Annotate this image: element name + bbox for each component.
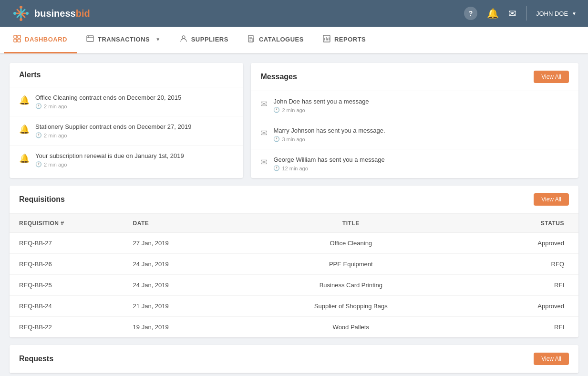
- alert-content: Your subscription renewal is due on Janu…: [35, 152, 184, 167]
- message-time: 🕐 2 min ago: [273, 107, 369, 113]
- nav-item-catalogues[interactable]: CATALOGUES: [238, 27, 313, 53]
- requisitions-header: Requisitions View All: [10, 186, 578, 214]
- message-time: 🕐 3 min ago: [273, 136, 385, 142]
- alert-text: Stationery Supplier contract ends on Dec…: [35, 123, 191, 130]
- main-nav: DASHBOARD TRANSACTIONS ▼ SUPPLIERS: [0, 27, 588, 53]
- alert-bell-icon: 🔔: [19, 95, 30, 105]
- alert-item: 🔔 Your subscription renewal is due on Ja…: [10, 146, 243, 174]
- message-text: George William has sent you a message: [273, 156, 384, 163]
- alert-item: 🔔 Stationery Supplier contract ends on D…: [10, 116, 243, 146]
- requisitions-view-all-button[interactable]: View All: [534, 193, 569, 206]
- header-divider: [526, 6, 526, 21]
- reports-nav-icon: [323, 35, 330, 44]
- requests-header: Requests View All: [10, 345, 578, 373]
- requests-view-all-button[interactable]: View All: [534, 353, 569, 365]
- svg-point-5: [26, 12, 29, 15]
- req-status: RFI: [464, 275, 578, 296]
- nav-item-suppliers[interactable]: SUPPLIERS: [170, 27, 238, 53]
- user-dropdown-icon: ▼: [572, 11, 577, 16]
- help-icon[interactable]: ?: [464, 7, 477, 20]
- req-status: RFQ: [464, 254, 578, 275]
- requisitions-card: Requisitions View All REQUISITION # DATE…: [10, 186, 578, 337]
- alerts-card: Alerts 🔔 Office Cleaning contract ends o…: [10, 63, 243, 178]
- req-date: 21 Jan, 2019: [124, 296, 237, 317]
- svg-rect-12: [87, 36, 93, 42]
- alert-item: 🔔 Office Cleaning contract ends on Decem…: [10, 87, 243, 116]
- req-date: 24 Jan, 2019: [124, 275, 237, 296]
- notification-icon[interactable]: 🔔: [487, 8, 499, 19]
- header: businessbid ? 🔔 ✉ JOHN DOE ▼: [0, 0, 588, 27]
- requests-card: Requests View All: [10, 345, 578, 373]
- svg-point-6: [20, 18, 22, 21]
- logo-text: businessbid: [34, 8, 90, 19]
- req-status: Approved: [464, 296, 578, 317]
- req-status: Approved: [464, 233, 578, 254]
- message-text: John Doe has sent you a message: [273, 98, 369, 105]
- top-row: Alerts 🔔 Office Cleaning contract ends o…: [10, 63, 578, 178]
- col-header-status: STATUS: [464, 214, 578, 233]
- alert-text: Office Cleaning contract ends on Decembe…: [35, 94, 181, 101]
- message-item: ✉ Marry Johnson has sent you a message. …: [251, 120, 578, 149]
- alert-bell-icon: 🔔: [19, 124, 30, 135]
- nav-item-reports[interactable]: REPORTS: [313, 27, 375, 53]
- req-title: Business Card Printing: [237, 275, 464, 296]
- alerts-body: 🔔 Office Cleaning contract ends on Decem…: [10, 87, 243, 174]
- logo[interactable]: businessbid: [11, 4, 90, 23]
- svg-rect-10: [14, 39, 17, 42]
- message-text: Marry Johnson has sent you a message.: [273, 127, 385, 134]
- nav-label-catalogues: CATALOGUES: [259, 36, 304, 43]
- clock-icon: 🕐: [273, 165, 280, 171]
- req-id: REQ-BB-25: [10, 275, 124, 296]
- alert-time: 🕐 2 min ago: [35, 161, 184, 167]
- col-header-date: DATE: [124, 214, 237, 233]
- alert-text: Your subscription renewal is due on Janu…: [35, 152, 184, 159]
- alerts-header: Alerts: [10, 63, 243, 87]
- req-date: 27 Jan, 2019: [124, 233, 237, 254]
- req-id: REQ-BB-24: [10, 296, 124, 317]
- svg-point-7: [13, 12, 16, 15]
- req-date: 19 Jan, 2019: [124, 317, 237, 338]
- table-row: REQ-BB-24 21 Jan, 2019 Supplier of Shopp…: [10, 296, 578, 317]
- message-envelope-icon: ✉: [260, 157, 268, 167]
- req-id: REQ-BB-27: [10, 233, 124, 254]
- col-header-req-num: REQUISITION #: [10, 214, 124, 233]
- nav-item-dashboard[interactable]: DASHBOARD: [4, 27, 77, 53]
- req-id: REQ-BB-22: [10, 317, 124, 338]
- main-content: Alerts 🔔 Office Cleaning contract ends o…: [0, 53, 588, 376]
- requisitions-table-section: REQUISITION # DATE TITLE STATUS REQ-BB-2…: [10, 214, 578, 337]
- requisitions-table: REQUISITION # DATE TITLE STATUS REQ-BB-2…: [10, 214, 578, 337]
- user-menu[interactable]: JOHN DOE ▼: [536, 10, 577, 17]
- svg-rect-9: [18, 35, 21, 38]
- req-title: Supplier of Shopping Bags: [237, 296, 464, 317]
- nav-label-suppliers: SUPPLIERS: [191, 36, 228, 43]
- col-header-title: TITLE: [237, 214, 464, 233]
- messages-card: Messages View All ✉ John Doe has sent yo…: [251, 63, 578, 178]
- requisitions-table-body: REQ-BB-27 27 Jan, 2019 Office Cleaning A…: [10, 233, 578, 338]
- svg-point-4: [20, 6, 22, 9]
- message-envelope-icon: ✉: [260, 99, 268, 109]
- messages-view-all-button[interactable]: View All: [534, 71, 569, 83]
- header-right: ? 🔔 ✉ JOHN DOE ▼: [464, 6, 577, 21]
- clock-icon: 🕐: [35, 132, 42, 138]
- requisitions-table-head: REQUISITION # DATE TITLE STATUS: [10, 214, 578, 233]
- req-id: REQ-BB-26: [10, 254, 124, 275]
- mail-icon[interactable]: ✉: [508, 8, 516, 19]
- clock-icon: 🕐: [35, 103, 42, 109]
- requisitions-table-header-row: REQUISITION # DATE TITLE STATUS: [10, 214, 578, 233]
- alert-bell-icon: 🔔: [19, 153, 30, 164]
- svg-point-15: [182, 36, 185, 39]
- alert-time: 🕐 2 min ago: [35, 132, 191, 138]
- alert-content: Stationery Supplier contract ends on Dec…: [35, 123, 191, 138]
- nav-label-transactions: TRANSACTIONS: [98, 36, 150, 43]
- user-name: JOHN DOE: [536, 10, 568, 17]
- message-item: ✉ George William has sent you a message …: [251, 149, 578, 178]
- message-content: Marry Johnson has sent you a message. 🕐 …: [273, 127, 385, 142]
- clock-icon: 🕐: [273, 136, 280, 142]
- alert-content: Office Cleaning contract ends on Decembe…: [35, 94, 181, 109]
- nav-label-reports: REPORTS: [334, 36, 366, 43]
- message-content: John Doe has sent you a message 🕐 2 min …: [273, 98, 369, 113]
- nav-item-transactions[interactable]: TRANSACTIONS ▼: [77, 27, 170, 53]
- clock-icon: 🕐: [273, 107, 280, 113]
- req-title: Wood Pallets: [237, 317, 464, 338]
- table-row: REQ-BB-26 24 Jan, 2019 PPE Equipment RFQ: [10, 254, 578, 275]
